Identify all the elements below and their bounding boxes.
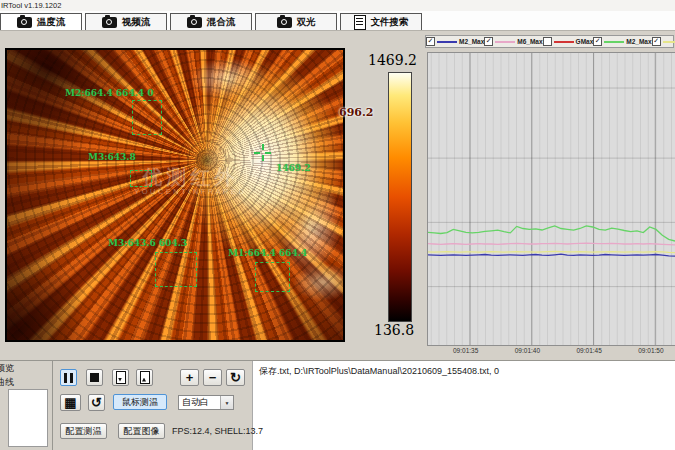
x-tick-label: 09:01:50 — [638, 347, 663, 354]
rotate-button[interactable]: ↺ — [88, 394, 105, 411]
legend-checkbox-MG_Max[interactable]: ✓ — [652, 37, 661, 46]
x-tick-label: 09:01:45 — [576, 347, 601, 354]
tab-label: 温度流 — [37, 16, 66, 29]
legend-label: M2_Max — [626, 38, 651, 45]
series-MG_Max — [428, 251, 675, 252]
mouse-measure-button[interactable]: 鼠标测温 — [113, 394, 167, 410]
stop-icon — [90, 373, 99, 382]
legend-item-M2_Max: ✓M2_Max — [426, 37, 484, 46]
zoom-in-button[interactable]: + — [180, 369, 199, 386]
camera-icon — [187, 17, 202, 28]
camera-icon — [17, 17, 32, 28]
scale-min-value: 136.8 — [374, 322, 414, 338]
legend-label: M2_Max — [459, 38, 484, 45]
tab-dual-light[interactable]: 双光 — [255, 13, 337, 30]
legend-checkbox-M2_Max[interactable]: ✓ — [593, 37, 602, 46]
film-grid-icon: ▦ — [64, 396, 76, 409]
tab-bar: 温度流视频流混合流双光文件搜索 — [0, 11, 675, 31]
refresh-icon: ↻ — [230, 371, 241, 384]
legend-line-swatch — [495, 41, 515, 43]
save-path-text: 保存.txt, D:\IRToolPlus\DataManual\2021060… — [253, 361, 675, 378]
x-tick-label: 09:01:35 — [453, 347, 478, 354]
refresh-button[interactable]: ↻ — [226, 369, 245, 386]
camera-icon — [102, 17, 117, 28]
scale-max-value: 1469.2 — [368, 52, 417, 68]
chevron-down-icon: ▼ — [220, 396, 233, 409]
sidebar-item-preview[interactable]: 预览 — [0, 361, 52, 375]
tab-mixed-stream[interactable]: 混合流 — [170, 13, 252, 30]
save-data-file-icon — [116, 371, 126, 384]
grid-view-button[interactable]: ▦ — [60, 394, 81, 411]
auto-mode-value: 自动白 — [179, 396, 220, 409]
sidebar-item-curve[interactable]: 曲线 — [0, 375, 52, 389]
window-title: IRTool v1.19.1202 — [0, 0, 675, 11]
legend-item-MG_Max: ✓MG_Max — [652, 37, 675, 46]
fps-status-text: FPS:12.4, SHELL:13.7 — [172, 426, 263, 436]
chart-legend: ✓M2_Max✓M6_MaxGMax✓M2_Max✓MG_Max — [425, 35, 674, 48]
stop-button[interactable] — [86, 369, 103, 386]
tab-label: 文件搜索 — [371, 16, 409, 29]
zoom-out-button[interactable]: − — [203, 369, 222, 386]
config-measure-button[interactable]: 配置测温 — [60, 423, 107, 439]
tab-file-search[interactable]: 文件搜索 — [340, 13, 422, 30]
chart-plot-area — [427, 52, 675, 346]
legend-line-swatch — [554, 41, 574, 43]
rotate-icon: ↺ — [91, 396, 102, 409]
series-M2_Max — [428, 254, 675, 256]
bottom-sidebar: 预览 曲线 — [0, 361, 53, 450]
tab-temperature-stream[interactable]: 温度流 — [0, 13, 82, 30]
tab-label: 混合流 — [207, 16, 236, 29]
legend-checkbox-GMax[interactable] — [543, 37, 552, 46]
tab-video-stream[interactable]: 视频流 — [85, 13, 167, 30]
legend-item-M6_Max: ✓M6_Max — [484, 37, 542, 46]
legend-line-swatch — [604, 41, 624, 43]
pause-icon — [64, 373, 73, 383]
sidebar-preview-box — [8, 389, 48, 447]
temperature-chart-panel: ✓M2_Max✓M6_MaxGMax✓M2_Max✓MG_Max 09:01:3… — [425, 35, 675, 358]
config-image-button[interactable]: 配置图像 — [118, 423, 165, 439]
save-image-button[interactable] — [136, 369, 153, 386]
legend-item-GMax: GMax — [543, 37, 594, 46]
series-M2_Max — [428, 226, 675, 241]
series-M6_Max — [428, 243, 675, 245]
legend-line-swatch — [437, 41, 457, 43]
legend-checkbox-M2_Max[interactable]: ✓ — [426, 37, 435, 46]
legend-checkbox-M6_Max[interactable]: ✓ — [484, 37, 493, 46]
legend-item-M2_Max: ✓M2_Max — [593, 37, 651, 46]
chart-x-axis: 09:01:3509:01:4009:01:4509:01:50 — [427, 347, 674, 357]
legend-label: GMax — [576, 38, 594, 45]
color-scale-bar — [388, 72, 412, 322]
doc-icon — [354, 15, 366, 30]
plus-icon: + — [186, 371, 194, 384]
tab-label: 双光 — [297, 16, 316, 29]
tab-label: 视频流 — [122, 16, 151, 29]
minus-icon: − — [209, 371, 217, 384]
log-panel: 保存.txt, D:\IRToolPlus\DataManual\2021060… — [252, 361, 675, 450]
legend-label: M6_Max — [517, 38, 542, 45]
bottom-panel: 预览 曲线 + − ↻ ▦ ↺ 鼠标测温 自动白 ▼ 配置测温 配置图像 保存.… — [0, 360, 675, 450]
save-image-file-icon — [140, 371, 150, 384]
thermal-image[interactable] — [5, 48, 345, 342]
auto-mode-dropdown[interactable]: 自动白 ▼ — [178, 395, 234, 410]
legend-line-swatch — [663, 41, 675, 43]
x-tick-label: 09:01:40 — [515, 347, 540, 354]
pause-button[interactable] — [60, 369, 77, 386]
save-data-button[interactable] — [112, 369, 129, 386]
camera-icon — [277, 17, 292, 28]
